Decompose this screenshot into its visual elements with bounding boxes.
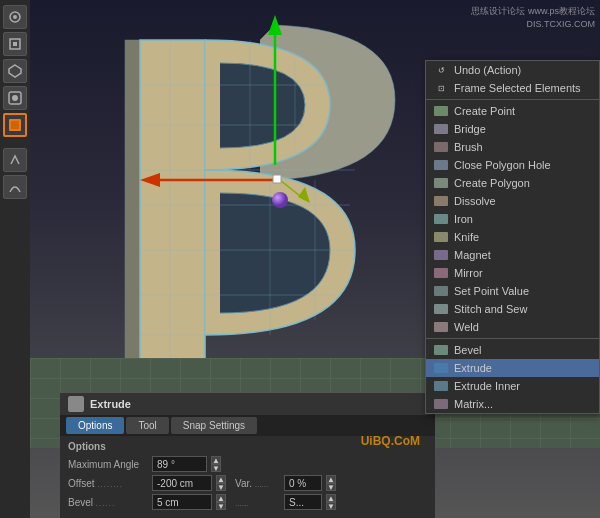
brush-icon (434, 142, 448, 152)
svg-point-1 (13, 15, 17, 19)
bevel-down[interactable]: ▼ (216, 502, 226, 510)
bevel-label: Bevel ...... (68, 497, 148, 508)
matrix-icon (434, 399, 448, 409)
menu-item-dissolve[interactable]: Dissolve (426, 192, 599, 210)
stitch-icon (434, 304, 448, 314)
bevel-icon (434, 345, 448, 355)
watermark-bottom: UiBQ.CoM (361, 434, 420, 448)
extrude-inner-icon (434, 381, 448, 391)
panel-title: Extrude (90, 398, 131, 410)
menu-item-magnet[interactable]: Magnet (426, 246, 599, 264)
var-down[interactable]: ▼ (326, 483, 336, 491)
set-point-icon (434, 286, 448, 296)
menu-item-weld[interactable]: Weld (426, 318, 599, 336)
panel-header: Extrude (60, 393, 435, 415)
var-input[interactable] (284, 475, 322, 491)
weld-icon (434, 322, 448, 332)
menu-item-stitch[interactable]: Stitch and Sew (426, 300, 599, 318)
toolbar-item-3[interactable] (3, 59, 27, 83)
mirror-icon (434, 268, 448, 278)
toolbar-item-7[interactable] (3, 175, 27, 199)
left-toolbar (0, 0, 30, 518)
toolbar-item-1[interactable] (3, 5, 27, 29)
knife-icon (434, 232, 448, 242)
menu-item-brush[interactable]: Brush (426, 138, 599, 156)
menu-item-set-point[interactable]: Set Point Value (426, 282, 599, 300)
bevel-var-spinner: ▲ ▼ (326, 494, 336, 510)
bottom-panel: Extrude Options Tool Snap Settings Optio… (60, 392, 435, 518)
menu-item-iron[interactable]: Iron (426, 210, 599, 228)
watermark-top: 思练设计论坛 www.ps教程论坛 DIS.TCXIG.COM (471, 5, 595, 30)
extrude-icon (434, 363, 448, 373)
menu-item-bridge[interactable]: Bridge (426, 120, 599, 138)
menu-item-close-polygon[interactable]: Close Polygon Hole (426, 156, 599, 174)
bevel-var-label: ...... (235, 497, 280, 508)
menu-item-frame[interactable]: ⊡ Frame Selected Elements (426, 79, 599, 97)
var-spinner: ▲ ▼ (326, 475, 336, 491)
menu-item-extrude[interactable]: Extrude (426, 359, 599, 377)
magnet-icon (434, 250, 448, 260)
toolbar-item-4[interactable] (3, 86, 27, 110)
svg-marker-4 (9, 65, 21, 77)
svg-rect-8 (11, 121, 19, 129)
menu-item-mirror[interactable]: Mirror (426, 264, 599, 282)
svg-point-31 (272, 192, 288, 208)
toolbar-item-6[interactable] (3, 148, 27, 172)
svg-rect-9 (125, 40, 140, 370)
tab-snap-settings[interactable]: Snap Settings (171, 417, 257, 434)
max-angle-down[interactable]: ▼ (211, 464, 221, 472)
max-angle-spinner: ▲ ▼ (211, 456, 221, 472)
menu-separator-2 (426, 338, 599, 339)
panel-tabs: Options Tool Snap Settings (60, 415, 435, 436)
offset-spinner: ▲ ▼ (216, 475, 226, 491)
panel-content: Options Maximum Angle ▲ ▼ Offset .......… (60, 436, 435, 518)
panel-row-bevel: Bevel ...... ▲ ▼ ...... ▲ ▼ (68, 494, 427, 510)
menu-item-create-point[interactable]: Create Point (426, 102, 599, 120)
svg-point-6 (12, 95, 18, 101)
undo-icon: ↺ (434, 63, 448, 77)
create-point-icon (434, 106, 448, 116)
toolbar-item-5-active[interactable] (3, 113, 27, 137)
var-label: Var. ...... (235, 478, 280, 489)
offset-down[interactable]: ▼ (216, 483, 226, 491)
offset-input[interactable] (152, 475, 212, 491)
panel-title-icon (68, 396, 84, 412)
iron-icon (434, 214, 448, 224)
bevel-input[interactable] (152, 494, 212, 510)
toolbar-item-2[interactable] (3, 32, 27, 56)
svg-rect-3 (13, 42, 17, 46)
context-menu: ↺ Undo (Action) ⊡ Frame Selected Element… (425, 60, 600, 414)
menu-item-knife[interactable]: Knife (426, 228, 599, 246)
3d-letter-b (70, 5, 410, 405)
viewport-3d[interactable]: 思练设计论坛 www.ps教程论坛 DIS.TCXIG.COM (30, 0, 600, 518)
menu-item-matrix[interactable]: Matrix... (426, 395, 599, 413)
menu-item-create-polygon[interactable]: Create Polygon (426, 174, 599, 192)
close-polygon-icon (434, 160, 448, 170)
menu-item-extrude-inner[interactable]: Extrude Inner (426, 377, 599, 395)
max-angle-input[interactable] (152, 456, 207, 472)
dissolve-icon (434, 196, 448, 206)
menu-separator-1 (426, 99, 599, 100)
svg-rect-30 (273, 175, 281, 183)
tab-tool[interactable]: Tool (126, 417, 168, 434)
max-angle-label: Maximum Angle (68, 459, 148, 470)
menu-item-bevel[interactable]: Bevel (426, 341, 599, 359)
offset-label: Offset ........ (68, 478, 148, 489)
frame-icon: ⊡ (434, 81, 448, 95)
create-polygon-icon (434, 178, 448, 188)
menu-item-undo[interactable]: ↺ Undo (Action) (426, 61, 599, 79)
panel-row-offset: Offset ........ ▲ ▼ Var. ...... ▲ ▼ (68, 475, 427, 491)
bridge-icon (434, 124, 448, 134)
tab-options[interactable]: Options (66, 417, 124, 434)
panel-row-max-angle: Maximum Angle ▲ ▼ (68, 456, 427, 472)
bevel-spinner: ▲ ▼ (216, 494, 226, 510)
bevel-var-down[interactable]: ▼ (326, 502, 336, 510)
bevel-var-input[interactable] (284, 494, 322, 510)
